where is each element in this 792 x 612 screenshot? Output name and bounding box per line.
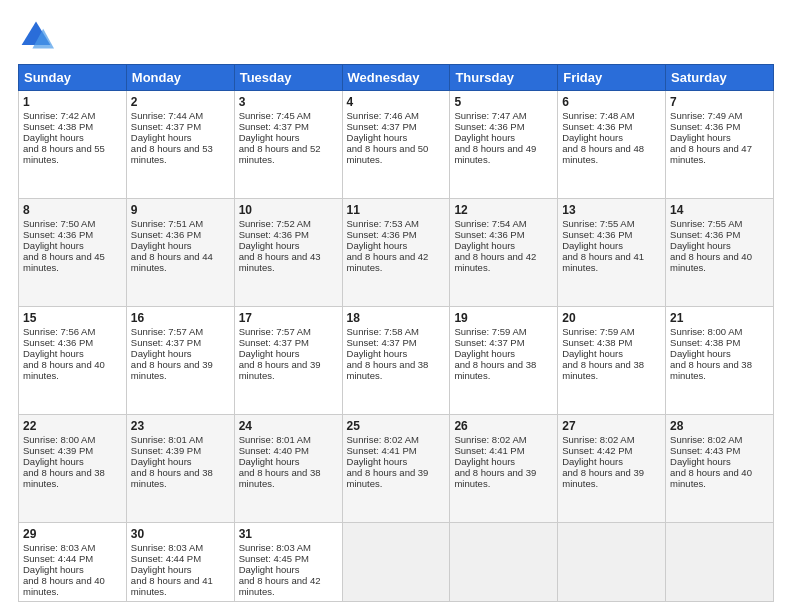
sunrise-label: Sunrise: 7:45 AM — [239, 110, 311, 121]
daylight-value: and 8 hours and 52 minutes. — [239, 143, 321, 165]
daylight-label: Daylight hours — [670, 240, 731, 251]
calendar-cell: 6 Sunrise: 7:48 AM Sunset: 4:36 PM Dayli… — [558, 91, 666, 199]
calendar-table: SundayMondayTuesdayWednesdayThursdayFrid… — [18, 64, 774, 602]
calendar-week-1: 1 Sunrise: 7:42 AM Sunset: 4:38 PM Dayli… — [19, 91, 774, 199]
sunset-label: Sunset: 4:37 PM — [239, 337, 309, 348]
day-number: 18 — [347, 311, 446, 325]
calendar-cell — [666, 523, 774, 602]
daylight-value: and 8 hours and 55 minutes. — [23, 143, 105, 165]
col-header-monday: Monday — [126, 65, 234, 91]
sunset-label: Sunset: 4:44 PM — [23, 553, 93, 564]
calendar-cell: 27 Sunrise: 8:02 AM Sunset: 4:42 PM Dayl… — [558, 415, 666, 523]
calendar-cell: 10 Sunrise: 7:52 AM Sunset: 4:36 PM Dayl… — [234, 199, 342, 307]
sunset-label: Sunset: 4:37 PM — [131, 121, 201, 132]
day-number: 17 — [239, 311, 338, 325]
sunrise-label: Sunrise: 8:02 AM — [562, 434, 634, 445]
daylight-label: Daylight hours — [23, 240, 84, 251]
calendar-cell: 28 Sunrise: 8:02 AM Sunset: 4:43 PM Dayl… — [666, 415, 774, 523]
daylight-label: Daylight hours — [347, 240, 408, 251]
daylight-value: and 8 hours and 42 minutes. — [239, 575, 321, 597]
calendar-cell: 12 Sunrise: 7:54 AM Sunset: 4:36 PM Dayl… — [450, 199, 558, 307]
calendar-cell — [342, 523, 450, 602]
day-number: 9 — [131, 203, 230, 217]
calendar-cell: 16 Sunrise: 7:57 AM Sunset: 4:37 PM Dayl… — [126, 307, 234, 415]
calendar-cell: 23 Sunrise: 8:01 AM Sunset: 4:39 PM Dayl… — [126, 415, 234, 523]
calendar-cell: 4 Sunrise: 7:46 AM Sunset: 4:37 PM Dayli… — [342, 91, 450, 199]
daylight-value: and 8 hours and 48 minutes. — [562, 143, 644, 165]
calendar-week-3: 15 Sunrise: 7:56 AM Sunset: 4:36 PM Dayl… — [19, 307, 774, 415]
sunrise-label: Sunrise: 7:48 AM — [562, 110, 634, 121]
sunset-label: Sunset: 4:37 PM — [454, 337, 524, 348]
daylight-value: and 8 hours and 38 minutes. — [23, 467, 105, 489]
day-number: 7 — [670, 95, 769, 109]
sunrise-label: Sunrise: 7:56 AM — [23, 326, 95, 337]
daylight-value: and 8 hours and 40 minutes. — [670, 251, 752, 273]
day-number: 11 — [347, 203, 446, 217]
sunset-label: Sunset: 4:39 PM — [23, 445, 93, 456]
daylight-label: Daylight hours — [131, 132, 192, 143]
calendar-cell: 24 Sunrise: 8:01 AM Sunset: 4:40 PM Dayl… — [234, 415, 342, 523]
calendar-cell: 5 Sunrise: 7:47 AM Sunset: 4:36 PM Dayli… — [450, 91, 558, 199]
sunrise-label: Sunrise: 7:57 AM — [131, 326, 203, 337]
sunset-label: Sunset: 4:39 PM — [131, 445, 201, 456]
calendar-cell: 18 Sunrise: 7:58 AM Sunset: 4:37 PM Dayl… — [342, 307, 450, 415]
sunrise-label: Sunrise: 7:42 AM — [23, 110, 95, 121]
daylight-value: and 8 hours and 49 minutes. — [454, 143, 536, 165]
calendar-cell: 1 Sunrise: 7:42 AM Sunset: 4:38 PM Dayli… — [19, 91, 127, 199]
daylight-label: Daylight hours — [23, 564, 84, 575]
sunset-label: Sunset: 4:36 PM — [562, 229, 632, 240]
daylight-label: Daylight hours — [347, 456, 408, 467]
day-number: 1 — [23, 95, 122, 109]
calendar-cell — [558, 523, 666, 602]
daylight-value: and 8 hours and 38 minutes. — [131, 467, 213, 489]
col-header-saturday: Saturday — [666, 65, 774, 91]
daylight-label: Daylight hours — [347, 132, 408, 143]
daylight-label: Daylight hours — [239, 456, 300, 467]
day-number: 27 — [562, 419, 661, 433]
day-number: 25 — [347, 419, 446, 433]
sunset-label: Sunset: 4:37 PM — [347, 337, 417, 348]
col-header-thursday: Thursday — [450, 65, 558, 91]
daylight-value: and 8 hours and 41 minutes. — [131, 575, 213, 597]
col-header-sunday: Sunday — [19, 65, 127, 91]
calendar-cell: 17 Sunrise: 7:57 AM Sunset: 4:37 PM Dayl… — [234, 307, 342, 415]
daylight-label: Daylight hours — [562, 240, 623, 251]
day-number: 22 — [23, 419, 122, 433]
calendar-cell: 15 Sunrise: 7:56 AM Sunset: 4:36 PM Dayl… — [19, 307, 127, 415]
sunrise-label: Sunrise: 7:55 AM — [562, 218, 634, 229]
calendar-cell: 11 Sunrise: 7:53 AM Sunset: 4:36 PM Dayl… — [342, 199, 450, 307]
day-number: 5 — [454, 95, 553, 109]
day-number: 28 — [670, 419, 769, 433]
sunset-label: Sunset: 4:42 PM — [562, 445, 632, 456]
sunrise-label: Sunrise: 7:58 AM — [347, 326, 419, 337]
daylight-value: and 8 hours and 39 minutes. — [131, 359, 213, 381]
day-number: 6 — [562, 95, 661, 109]
sunset-label: Sunset: 4:36 PM — [23, 337, 93, 348]
logo — [18, 18, 58, 54]
sunrise-label: Sunrise: 8:01 AM — [239, 434, 311, 445]
sunrise-label: Sunrise: 7:59 AM — [454, 326, 526, 337]
day-number: 8 — [23, 203, 122, 217]
col-header-friday: Friday — [558, 65, 666, 91]
calendar-week-2: 8 Sunrise: 7:50 AM Sunset: 4:36 PM Dayli… — [19, 199, 774, 307]
daylight-label: Daylight hours — [562, 456, 623, 467]
daylight-label: Daylight hours — [670, 456, 731, 467]
header — [18, 18, 774, 54]
day-number: 29 — [23, 527, 122, 541]
daylight-value: and 8 hours and 40 minutes. — [23, 359, 105, 381]
daylight-value: and 8 hours and 38 minutes. — [562, 359, 644, 381]
sunset-label: Sunset: 4:36 PM — [670, 229, 740, 240]
sunset-label: Sunset: 4:37 PM — [131, 337, 201, 348]
calendar-cell: 3 Sunrise: 7:45 AM Sunset: 4:37 PM Dayli… — [234, 91, 342, 199]
sunset-label: Sunset: 4:38 PM — [23, 121, 93, 132]
daylight-value: and 8 hours and 47 minutes. — [670, 143, 752, 165]
calendar-cell: 2 Sunrise: 7:44 AM Sunset: 4:37 PM Dayli… — [126, 91, 234, 199]
sunrise-label: Sunrise: 7:50 AM — [23, 218, 95, 229]
sunrise-label: Sunrise: 8:00 AM — [670, 326, 742, 337]
sunset-label: Sunset: 4:40 PM — [239, 445, 309, 456]
sunset-label: Sunset: 4:44 PM — [131, 553, 201, 564]
daylight-value: and 8 hours and 39 minutes. — [239, 359, 321, 381]
daylight-value: and 8 hours and 39 minutes. — [454, 467, 536, 489]
daylight-value: and 8 hours and 38 minutes. — [454, 359, 536, 381]
calendar-cell: 31 Sunrise: 8:03 AM Sunset: 4:45 PM Dayl… — [234, 523, 342, 602]
